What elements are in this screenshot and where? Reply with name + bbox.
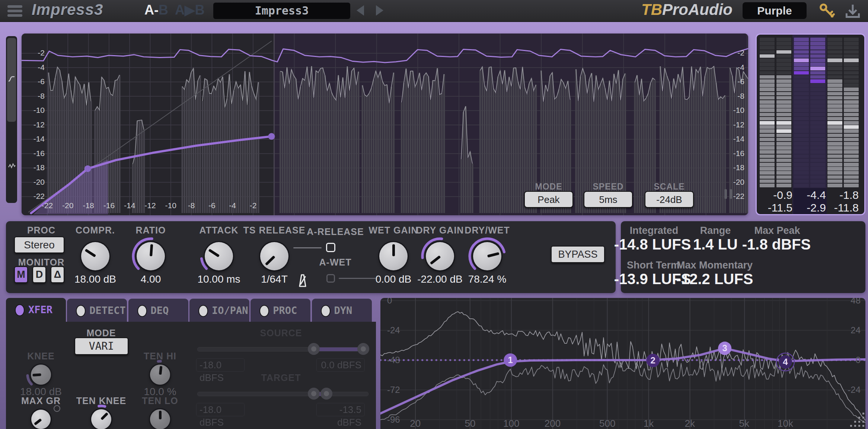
meter-segment	[776, 142, 791, 146]
meter-segment	[794, 167, 809, 171]
meter-segment	[827, 108, 842, 112]
source-high-value[interactable]: 0.0 dBFS	[316, 358, 365, 372]
monitor-m-button[interactable]: M	[14, 266, 28, 283]
source-range-slider[interactable]	[197, 347, 368, 352]
meter-segment	[794, 42, 809, 45]
eq-db-label-right: 24	[838, 325, 861, 336]
display-db-label-right: -8	[724, 92, 744, 101]
speed-combo[interactable]: 5ms	[584, 191, 633, 208]
eq-freq-label: 500	[593, 418, 622, 429]
tab-proc[interactable]: PROC	[250, 299, 310, 322]
metronome-icon[interactable]	[296, 273, 309, 288]
target-slider-handle[interactable]	[308, 388, 320, 400]
xfer-mode-button[interactable]: VARI	[74, 337, 128, 355]
meter-segment	[794, 54, 809, 58]
meter-segment	[776, 83, 791, 87]
meter-segment	[794, 58, 809, 62]
meter-readout-value: -1.8	[827, 189, 859, 201]
attack-knob[interactable]	[205, 242, 233, 270]
preset-prev-icon[interactable]	[357, 5, 364, 16]
main-display[interactable]: -2-2-4-4-6-6-8-8-10-10-12-12-14-14-16-16…	[22, 34, 748, 215]
meter-segment	[760, 125, 775, 129]
svg-text:1: 1	[508, 355, 513, 365]
eq-node-2[interactable]: 2	[646, 354, 660, 367]
max-gr-knob[interactable]	[31, 410, 51, 429]
ten-lo-knob[interactable]	[150, 409, 170, 429]
meter-segment	[810, 42, 825, 45]
meter-segment	[810, 142, 825, 146]
proc-mode-button[interactable]: Stereo	[14, 236, 64, 253]
knee-knob[interactable]	[31, 365, 51, 385]
meter-segment	[776, 113, 791, 117]
svg-text:3: 3	[722, 343, 727, 353]
ab-compare-button[interactable]: A-B	[144, 2, 168, 18]
source-slider-handle[interactable]	[308, 343, 320, 355]
eq-freq-label: 200	[538, 418, 568, 429]
title-bar: Impress3 A-B A▶B Impress3 TBProAudio Pur…	[0, 0, 868, 22]
a-release-line	[293, 247, 322, 248]
eq-node-4[interactable]: 4	[776, 353, 794, 371]
target-slider-handle[interactable]	[320, 388, 332, 400]
monitor-d-button[interactable]: D	[32, 266, 46, 283]
eq-db-label-right: 0	[838, 355, 861, 365]
download-icon[interactable]	[843, 3, 862, 19]
ratio-knob[interactable]	[137, 242, 165, 270]
eq-node-1[interactable]: 1	[504, 353, 517, 367]
meter-segment	[827, 67, 842, 70]
tab-detect[interactable]: DETECT	[67, 299, 127, 322]
target-low-value[interactable]: -18.0 dBFS	[196, 403, 245, 416]
svg-text:4: 4	[783, 357, 788, 367]
tab-io-pan[interactable]: IO/PAN	[189, 299, 249, 322]
a-wet-checkbox[interactable]	[326, 274, 335, 283]
tab-xfer[interactable]: XFER	[6, 298, 66, 322]
ten-knee-knob[interactable]	[91, 409, 111, 429]
source-low-value[interactable]: -18.0 dBFS	[196, 358, 245, 372]
meter-segment	[844, 108, 859, 112]
target-range-slider[interactable]	[197, 392, 368, 396]
meter-bridge: -0.9-4.4-1.8-11.5-2.9-11.8	[756, 34, 865, 215]
ab-copy-button[interactable]: A▶B	[175, 2, 205, 18]
tab-dyn[interactable]: DYN	[312, 299, 372, 322]
meter-segment	[776, 100, 791, 104]
meter-segment	[810, 113, 825, 117]
tab-deq[interactable]: DEQ	[128, 299, 188, 322]
preset-next-icon[interactable]	[376, 5, 383, 16]
meter-segment	[794, 142, 809, 146]
meter-segment	[776, 146, 791, 150]
meter-segment	[760, 88, 775, 91]
menu-icon[interactable]	[7, 5, 22, 19]
source-slider-handle[interactable]	[357, 343, 369, 355]
ts-release-knob[interactable]	[260, 242, 288, 270]
skin-button[interactable]: Purple	[743, 2, 807, 19]
display-blend-slider[interactable]	[6, 36, 17, 203]
meter-readout-value: -11.8	[827, 201, 859, 214]
ten-hi-knob[interactable]	[150, 365, 170, 385]
meter-segment	[844, 125, 859, 129]
meter-segment	[776, 88, 791, 91]
tab-dot-icon	[321, 305, 331, 317]
dry-wet-value: 78.24 %	[446, 273, 528, 285]
dry-wet-knob[interactable]	[473, 242, 501, 270]
mode-combo[interactable]: Peak	[524, 191, 573, 208]
meter-segment	[776, 171, 791, 175]
meter-segment	[760, 142, 775, 146]
wet-gain-knob[interactable]	[379, 242, 408, 270]
meter-segment	[776, 159, 791, 162]
meter-segment	[760, 50, 775, 54]
meter-segment	[776, 167, 791, 171]
tab-label: IO/PAN	[212, 305, 248, 316]
meter-segment	[794, 150, 809, 154]
meter-segment	[760, 138, 775, 142]
scale-combo[interactable]: -24dB	[645, 191, 694, 208]
target-high-value[interactable]: -13.5 dBFS	[316, 403, 365, 416]
dry-gain-knob[interactable]	[426, 242, 454, 270]
eq-node-3[interactable]: 3	[718, 341, 731, 355]
meter-segment	[810, 125, 825, 129]
meter-segment	[794, 155, 809, 158]
license-key-icon[interactable]	[818, 3, 837, 19]
display-input-label: -8	[182, 201, 201, 210]
compr--knob[interactable]	[81, 242, 109, 270]
deq-display[interactable]: 12340-24-48-72-9648240-2420501002005001k…	[380, 298, 865, 429]
preset-display[interactable]: Impress3	[213, 3, 350, 19]
a-release-checkbox[interactable]	[326, 243, 335, 252]
